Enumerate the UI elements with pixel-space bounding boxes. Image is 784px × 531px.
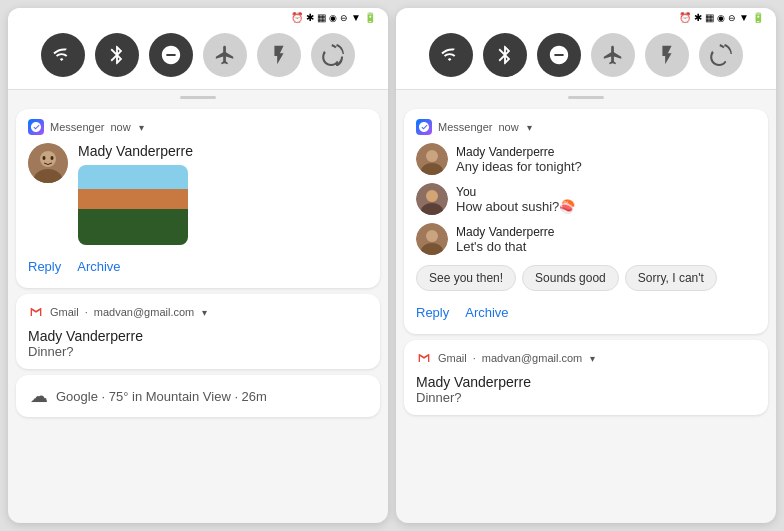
gmail-subject-left: Dinner?: [28, 344, 368, 359]
cloud-icon-left: ☁: [30, 385, 48, 407]
notif-header-right: Messenger now ▾: [416, 119, 756, 135]
conv-row-1: You How about sushi?🍣: [416, 183, 756, 215]
signal-icon-right: ◉: [717, 13, 725, 23]
battery-icon-right: 🔋: [752, 12, 764, 23]
status-bar-left: ⏰ ✱ ▦ ◉ ⊖ ▼ 🔋: [8, 8, 388, 25]
bluetooth-icon-left: ✱: [306, 12, 314, 23]
messenger-body-left: Mady Vanderperre: [78, 143, 193, 245]
gmail-email-addr-right: madvan@gmail.com: [482, 352, 582, 364]
chevron-down-icon-left[interactable]: ▾: [139, 122, 144, 133]
archive-button-right[interactable]: Archive: [465, 301, 508, 324]
archive-button-left[interactable]: Archive: [77, 255, 120, 278]
rotate-toggle-right[interactable]: [699, 33, 743, 77]
rotate-toggle-left[interactable]: [311, 33, 355, 77]
airplane-toggle-left[interactable]: [203, 33, 247, 77]
conversation-right: Mady Vanderperre Any ideas for tonight?: [416, 143, 756, 255]
bluetooth-toggle-right[interactable]: [483, 33, 527, 77]
messenger-content-left: Mady Vanderperre: [28, 143, 368, 245]
messenger-app-name-left: Messenger: [50, 121, 104, 133]
svg-point-5: [51, 156, 54, 160]
signal-icon-left: ◉: [329, 13, 337, 23]
gmail-body-left: Mady Vanderperre Dinner?: [28, 328, 368, 359]
notif-actions-right: Reply Archive: [416, 301, 756, 324]
conv-text-1: You How about sushi?🍣: [456, 185, 575, 214]
conv-sender-2: Mady Vanderperre: [456, 225, 555, 239]
notif-photo-left: [78, 165, 188, 245]
drag-handle-right[interactable]: [568, 96, 604, 99]
wifi-toggle-right[interactable]: [429, 33, 473, 77]
chevron-down-icon-right[interactable]: ▾: [527, 122, 532, 133]
svg-point-10: [426, 190, 438, 202]
gmail-body-right: Mady Vanderperre Dinner?: [416, 374, 756, 405]
reply-button-right[interactable]: Reply: [416, 301, 449, 324]
quick-settings-left: [8, 25, 388, 90]
dnd-icon-right: ⊖: [728, 13, 736, 23]
quick-settings-right: [396, 25, 776, 90]
gmail-notif-left: Gmail · madvan@gmail.com ▾ Mady Vanderpe…: [16, 294, 380, 369]
dnd-icon-left: ⊖: [340, 13, 348, 23]
gmail-dot-right: ·: [473, 352, 476, 364]
messenger-app-name-right: Messenger: [438, 121, 492, 133]
dnd-toggle-right[interactable]: [537, 33, 581, 77]
network-icon-left: ▦: [317, 12, 326, 23]
messenger-app-icon-right: [416, 119, 432, 135]
bluetooth-icon-right: ✱: [694, 12, 702, 23]
notif-actions-left: Reply Archive: [28, 255, 368, 278]
notif-header-left: Messenger now ▾: [28, 119, 368, 135]
google-widget-left: ☁ Google · 75° in Mountain View · 26m: [16, 375, 380, 417]
google-widget-text-left: Google · 75° in Mountain View · 26m: [56, 389, 267, 404]
quick-replies-right: See you then! Sounds good Sorry, I can't: [416, 265, 756, 291]
quick-reply-2[interactable]: Sorry, I can't: [625, 265, 717, 291]
messenger-app-icon-left: [28, 119, 44, 135]
gmail-app-icon-right: [416, 350, 432, 366]
chevron-down-icon-gmail-left[interactable]: ▾: [202, 307, 207, 318]
status-bar-right: ⏰ ✱ ▦ ◉ ⊖ ▼ 🔋: [396, 8, 776, 25]
gmail-subject-right: Dinner?: [416, 390, 756, 405]
right-phone-panel: ⏰ ✱ ▦ ◉ ⊖ ▼ 🔋: [396, 8, 776, 523]
conv-row-2: Mady Vanderperre Let's do that: [416, 223, 756, 255]
chevron-down-icon-gmail-right[interactable]: ▾: [590, 353, 595, 364]
left-phone-panel: ⏰ ✱ ▦ ◉ ⊖ ▼ 🔋: [8, 8, 388, 523]
avatar-mady-left: [28, 143, 68, 183]
svg-point-7: [426, 150, 438, 162]
network-icon-right: ▦: [705, 12, 714, 23]
reply-button-left[interactable]: Reply: [28, 255, 61, 278]
alarm-icon: ⏰: [291, 12, 303, 23]
gmail-notif-right: Gmail · madvan@gmail.com ▾ Mady Vanderpe…: [404, 340, 768, 415]
gmail-app-name-right: Gmail: [438, 352, 467, 364]
messenger-notif-left: Messenger now ▾ Mad: [16, 109, 380, 288]
wifi-toggle-left[interactable]: [41, 33, 85, 77]
avatar-you: [416, 183, 448, 215]
notif-time-left: now: [110, 121, 130, 133]
quick-reply-0[interactable]: See you then!: [416, 265, 516, 291]
airplane-toggle-right[interactable]: [591, 33, 635, 77]
conv-msg-0: Any ideas for tonight?: [456, 159, 582, 174]
svg-point-13: [426, 230, 438, 242]
conv-sender-1: You: [456, 185, 575, 199]
quick-reply-1[interactable]: Sounds good: [522, 265, 619, 291]
conv-sender-0: Mady Vanderperre: [456, 145, 582, 159]
avatar-mady-r1: [416, 143, 448, 175]
notif-time-right: now: [498, 121, 518, 133]
avatar-mady-r3: [416, 223, 448, 255]
notifications-area-right: Messenger now ▾ Mady Vanderp: [396, 103, 776, 523]
wifi-status-right: ▼: [739, 12, 749, 23]
gmail-sender-left: Mady Vanderperre: [28, 328, 368, 344]
gmail-sender-right: Mady Vanderperre: [416, 374, 756, 390]
notifications-area-left: Messenger now ▾ Mad: [8, 103, 388, 523]
gmail-header-right: Gmail · madvan@gmail.com ▾: [416, 350, 756, 366]
messenger-notif-right: Messenger now ▾ Mady Vanderp: [404, 109, 768, 334]
flashlight-toggle-right[interactable]: [645, 33, 689, 77]
conv-msg-2: Let's do that: [456, 239, 555, 254]
conv-msg-1: How about sushi?🍣: [456, 199, 575, 214]
svg-point-4: [43, 156, 46, 160]
gmail-email-left: ·: [85, 306, 88, 318]
drag-handle-left[interactable]: [180, 96, 216, 99]
dnd-toggle-left[interactable]: [149, 33, 193, 77]
conv-text-0: Mady Vanderperre Any ideas for tonight?: [456, 145, 582, 174]
flashlight-toggle-left[interactable]: [257, 33, 301, 77]
sender-name-left: Mady Vanderperre: [78, 143, 193, 159]
bluetooth-toggle-left[interactable]: [95, 33, 139, 77]
gmail-header-left: Gmail · madvan@gmail.com ▾: [28, 304, 368, 320]
gmail-app-icon-left: [28, 304, 44, 320]
